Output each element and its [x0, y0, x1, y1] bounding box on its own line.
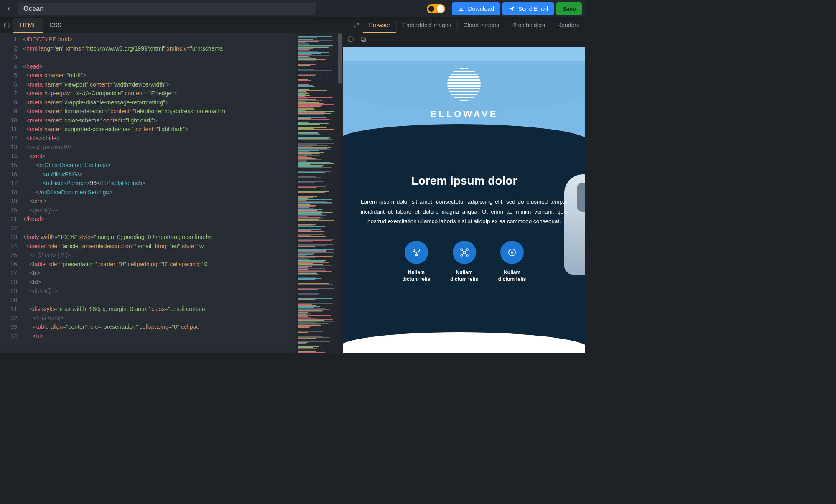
code-line[interactable]: <!--[if mso | IE]> — [23, 251, 296, 260]
brand-logo: ELLOWAVE — [431, 68, 498, 120]
save-button[interactable]: Save — [556, 2, 582, 15]
project-name-input[interactable]: Ocean — [18, 3, 316, 15]
code-line[interactable]: <head> — [23, 62, 296, 71]
svg-point-4 — [461, 255, 462, 256]
feature-label: Nullamdictum felis — [498, 269, 526, 283]
logo-icon — [447, 68, 481, 101]
hero-body: Lorem ipsum dolor sit amet, consectetur … — [361, 197, 568, 227]
code-line[interactable]: <meta name="supported-color-schemes" con… — [23, 125, 296, 134]
code-line[interactable]: <table role="presentation" border="0" ce… — [23, 260, 296, 269]
code-area[interactable]: <!DOCTYPE html><html lang="en" xmlns="ht… — [23, 33, 296, 353]
minimap[interactable] — [296, 33, 337, 353]
code-line[interactable]: <meta name="x-apple-disable-message-refo… — [23, 98, 296, 107]
line-gutter: 1234567891011121314151617181920212223242… — [0, 33, 23, 353]
code-line[interactable]: <o:OfficeDocumentSettings> — [23, 161, 296, 170]
feature-item: Nullamdictum felis — [498, 241, 526, 283]
back-button[interactable] — [3, 3, 15, 15]
code-line[interactable] — [23, 224, 296, 233]
svg-rect-0 — [361, 37, 364, 41]
code-line[interactable]: <o:AllowPNG/> — [23, 170, 296, 179]
code-line[interactable]: <meta name="viewport" content="width=dev… — [23, 80, 296, 89]
editor-tab-html[interactable]: HTML — [13, 18, 43, 33]
code-line[interactable]: <div style="max-width: 680px; margin: 0 … — [23, 305, 296, 314]
brand-name: ELLOWAVE — [431, 109, 498, 120]
feature-label: Nullamdictum felis — [402, 269, 430, 283]
feature-item: Nullamdictum felis — [450, 241, 478, 283]
svg-point-6 — [509, 249, 515, 256]
code-editor[interactable]: 1234567891011121314151617181920212223242… — [0, 33, 343, 353]
code-line[interactable]: <!--[if mso]> — [23, 314, 296, 323]
code-line[interactable]: </head> — [23, 215, 296, 224]
code-line[interactable]: <title></title> — [23, 134, 296, 143]
preview-tab-placeholders[interactable]: Placeholders — [505, 18, 551, 33]
preview-toolbar — [343, 33, 585, 47]
trophy-icon — [405, 241, 428, 264]
code-line[interactable]: <html lang="en" xmlns="http://www.w3.org… — [23, 44, 296, 53]
open-external-button[interactable] — [360, 36, 367, 44]
download-label: Download — [468, 5, 494, 12]
tab-bar: HTMLCSS BrowserEmbedded imagesCloud imag… — [0, 18, 585, 33]
svg-point-2 — [461, 249, 462, 250]
preview-pane: ELLOWAVE Lorem ipsum dolor Lorem ipsum d… — [343, 33, 585, 353]
hero-title: Lorem ipsum dolor — [361, 174, 568, 188]
send-email-button[interactable]: Send Email — [502, 2, 554, 15]
expand-preview-button[interactable] — [349, 18, 363, 33]
code-line[interactable]: <meta charset="utf-8"> — [23, 71, 296, 80]
code-line[interactable]: </xml> — [23, 197, 296, 206]
preview-tab-embedded-images[interactable]: Embedded images — [397, 18, 457, 33]
code-line[interactable]: <o:PixelsPerInch>96</o:PixelsPerInch> — [23, 179, 296, 188]
network-icon — [453, 241, 476, 264]
svg-point-1 — [464, 252, 465, 253]
code-line[interactable]: <tr> — [23, 269, 296, 278]
editor-scrollbar[interactable] — [337, 33, 343, 353]
svg-point-7 — [511, 252, 513, 253]
code-line[interactable]: <center role="article" aria-roledescript… — [23, 242, 296, 251]
code-line[interactable]: <meta http-equiv="X-UA-Compatible" conte… — [23, 89, 296, 98]
code-line[interactable]: <![endif]--> — [23, 287, 296, 296]
preview-reload-button[interactable] — [347, 36, 354, 44]
preview-tab-browser[interactable]: Browser — [363, 18, 396, 33]
send-label: Send Email — [518, 5, 548, 12]
code-line[interactable]: </o:OfficeDocumentSettings> — [23, 188, 296, 197]
svg-point-3 — [466, 249, 468, 250]
code-line[interactable]: <!--[if gte mso 9]> — [23, 143, 296, 152]
code-line[interactable] — [23, 296, 296, 305]
reload-editor-button[interactable] — [0, 18, 13, 33]
code-line[interactable]: <xml> — [23, 152, 296, 161]
code-line[interactable]: <meta name="format-detection" content="t… — [23, 107, 296, 116]
preview-tab-renders[interactable]: Renders — [551, 18, 585, 33]
code-line[interactable]: <!DOCTYPE html> — [23, 35, 296, 44]
feature-label: Nullamdictum felis — [450, 269, 478, 283]
save-label: Save — [562, 5, 576, 12]
top-bar: Ocean Download Send Email Save — [0, 0, 585, 18]
code-line[interactable]: <td> — [23, 278, 296, 287]
preview-tab-cloud-images[interactable]: Cloud images — [458, 18, 505, 33]
editor-tab-css[interactable]: CSS — [43, 18, 68, 33]
svg-point-5 — [466, 255, 468, 256]
preview-frame: ELLOWAVE Lorem ipsum dolor Lorem ipsum d… — [343, 47, 585, 353]
code-line[interactable] — [23, 53, 296, 62]
download-button[interactable]: Download — [452, 2, 500, 15]
code-line[interactable]: <tr> — [23, 332, 296, 341]
code-line[interactable]: <body width="100%" style="margin: 0; pad… — [23, 233, 296, 242]
code-line[interactable]: <meta name="color-scheme" content="light… — [23, 116, 296, 125]
code-line[interactable]: <![endif]--> — [23, 206, 296, 215]
feature-item: Nullamdictum felis — [402, 241, 430, 283]
theme-toggle[interactable] — [427, 4, 445, 13]
target-icon — [500, 241, 524, 264]
code-line[interactable]: <table align="center" role="presentation… — [23, 323, 296, 332]
